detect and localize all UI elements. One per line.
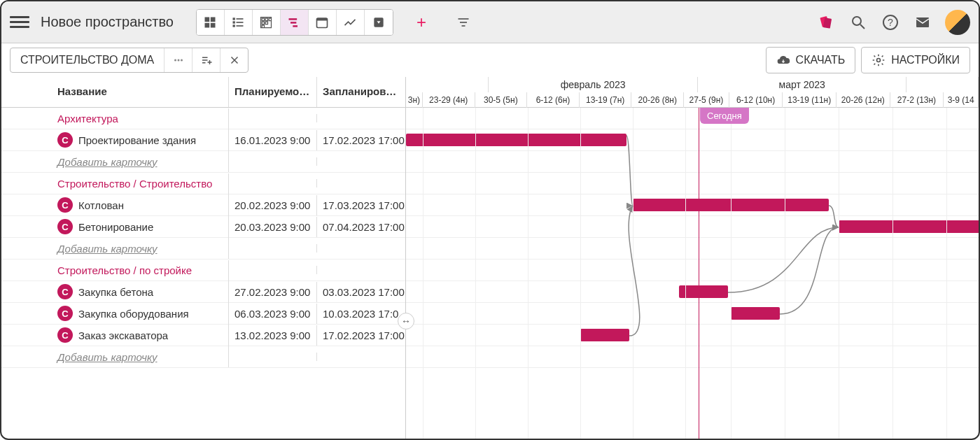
svg-rect-5: [237, 18, 244, 20]
group-row[interactable]: Строительство / по стройке: [1, 260, 405, 281]
settings-button[interactable]: НАСТРОЙКИ: [861, 47, 970, 73]
cards-icon[interactable]: [816, 13, 836, 32]
svg-rect-12: [293, 25, 298, 27]
task-start: 06.03.2023 9:00: [229, 304, 317, 324]
board-name-group: СТРОИТЕЛЬСТВО ДОМА: [10, 48, 248, 73]
week-label: 6-12 (6н): [527, 92, 580, 108]
view-list-icon[interactable]: [225, 10, 253, 35]
view-mode-group: [196, 9, 393, 36]
svg-point-22: [853, 17, 861, 25]
add-card-row[interactable]: Добавить карточку: [1, 346, 405, 368]
download-button[interactable]: СКАЧАТЬ: [766, 47, 856, 73]
task-badge: С: [57, 306, 73, 321]
board-add-icon[interactable]: [192, 48, 220, 72]
svg-rect-31: [202, 59, 208, 61]
col-end-header: Запланирован…: [317, 77, 405, 107]
svg-rect-6: [233, 21, 235, 23]
month-label: март 2023: [698, 77, 907, 92]
gantt-bar[interactable]: [406, 134, 626, 146]
task-row[interactable]: СБетонирование 20.03.2023 9:00 07.04.202…: [1, 216, 405, 238]
week-label: 13-19 (11н): [783, 92, 836, 108]
month-blank: [406, 77, 489, 92]
task-row[interactable]: СПроектирование здания 16.01.2023 9:00 1…: [1, 129, 405, 151]
col-start-header: Планируемое н…: [229, 77, 317, 107]
board-name: СТРОИТЕЛЬСТВО ДОМА: [10, 48, 164, 72]
board-more-icon[interactable]: [164, 48, 192, 72]
gear-icon: [872, 53, 886, 67]
week-label: 3н): [406, 92, 423, 108]
task-end: 10.03.2023 17:0: [317, 304, 405, 324]
svg-rect-9: [237, 25, 244, 27]
svg-rect-26: [916, 17, 929, 27]
add-card-label: Добавить карточку: [1, 152, 229, 172]
gantt-area: Название Планируемое н… Запланирован… Ар…: [1, 77, 979, 439]
add-card-row[interactable]: Добавить карточку: [1, 238, 405, 260]
task-row[interactable]: СЗаказ экскаватора 13.02.2023 9:00 17.02…: [1, 325, 405, 346]
col-name-header: Название: [1, 77, 229, 107]
svg-rect-7: [237, 22, 244, 23]
task-name: Проектирование здания: [78, 134, 196, 146]
week-label: 13-19 (7н): [580, 92, 632, 108]
svg-point-29: [181, 59, 183, 62]
help-icon[interactable]: ?: [881, 13, 900, 32]
svg-text:?: ?: [888, 17, 893, 28]
svg-rect-0: [205, 17, 210, 22]
svg-point-35: [877, 59, 881, 62]
secondbar-right: СКАЧАТЬ НАСТРОЙКИ: [766, 47, 970, 73]
week-label: 27-2 (13н): [890, 92, 944, 108]
view-chart-icon[interactable]: [337, 10, 365, 35]
download-label: СКАЧАТЬ: [796, 54, 846, 66]
task-badge: С: [57, 197, 73, 213]
svg-point-27: [174, 59, 176, 62]
gantt-bar[interactable]: [839, 220, 979, 233]
group-row[interactable]: Архитектура: [1, 108, 405, 129]
group-name: Архитектура: [1, 108, 229, 129]
group-row[interactable]: Строительство / Строительство: [1, 173, 405, 194]
secondbar: СТРОИТЕЛЬСТВО ДОМА СКАЧАТЬ НАСТРОЙКИ: [1, 43, 979, 77]
svg-line-23: [860, 24, 864, 29]
view-calendar-icon[interactable]: [309, 10, 337, 35]
gantt-bar[interactable]: [679, 285, 728, 298]
svg-rect-17: [458, 18, 468, 20]
filter-icon[interactable]: [449, 10, 477, 35]
add-card-row[interactable]: Добавить карточку: [1, 151, 405, 173]
task-row[interactable]: СКотлован 20.02.2023 9:00 17.03.2023 17:…: [1, 194, 405, 216]
add-card-label: Добавить карточку: [1, 347, 229, 367]
view-gantt-icon[interactable]: [281, 10, 309, 35]
today-badge: Сегодня: [700, 108, 749, 124]
svg-rect-18: [460, 22, 467, 23]
week-label: 6-12 (10н): [729, 92, 783, 108]
task-name: Закупка бетона: [78, 286, 153, 298]
gantt-bar[interactable]: [580, 329, 629, 341]
add-button[interactable]: +: [407, 10, 435, 35]
svg-rect-2: [205, 22, 210, 27]
task-badge: С: [57, 327, 73, 343]
task-end: 17.03.2023 17:00: [317, 195, 405, 215]
cloud-download-icon: [776, 53, 790, 67]
right-pane: февраль 2023 март 2023 3н) 23-29 (4н) 30…: [406, 77, 979, 439]
svg-rect-10: [289, 18, 298, 20]
pane-resize-handle[interactable]: ↔: [398, 313, 414, 329]
today-line: [699, 108, 699, 439]
view-archive-icon[interactable]: [365, 10, 393, 35]
search-icon[interactable]: [848, 13, 868, 32]
mail-icon[interactable]: [913, 13, 932, 32]
week-label: 3-9 (14: [944, 92, 979, 108]
gantt-bar[interactable]: [731, 307, 780, 320]
month-label: февраль 2023: [489, 77, 698, 92]
svg-rect-11: [290, 22, 296, 24]
avatar[interactable]: [945, 10, 970, 35]
svg-rect-3: [211, 22, 216, 27]
app-window: Новое пространство + ? СТРОИТЕЛЬСТВО ДОМ…: [0, 0, 980, 440]
view-grid-icon[interactable]: [253, 10, 281, 35]
svg-rect-30: [202, 57, 208, 59]
task-end: 03.03.2023 17:00: [317, 282, 405, 302]
menu-icon[interactable]: [10, 13, 29, 32]
week-label: 23-29 (4н): [423, 92, 475, 108]
week-label: 20-26 (8н): [631, 92, 684, 108]
task-row[interactable]: СЗакупка оборудования 06.03.2023 9:00 10…: [1, 303, 405, 325]
view-board-icon[interactable]: [197, 10, 225, 35]
board-close-icon[interactable]: [220, 48, 248, 72]
task-row[interactable]: СЗакупка бетона 27.02.2023 9:00 03.03.20…: [1, 281, 405, 303]
task-start: 20.02.2023 9:00: [229, 195, 317, 215]
